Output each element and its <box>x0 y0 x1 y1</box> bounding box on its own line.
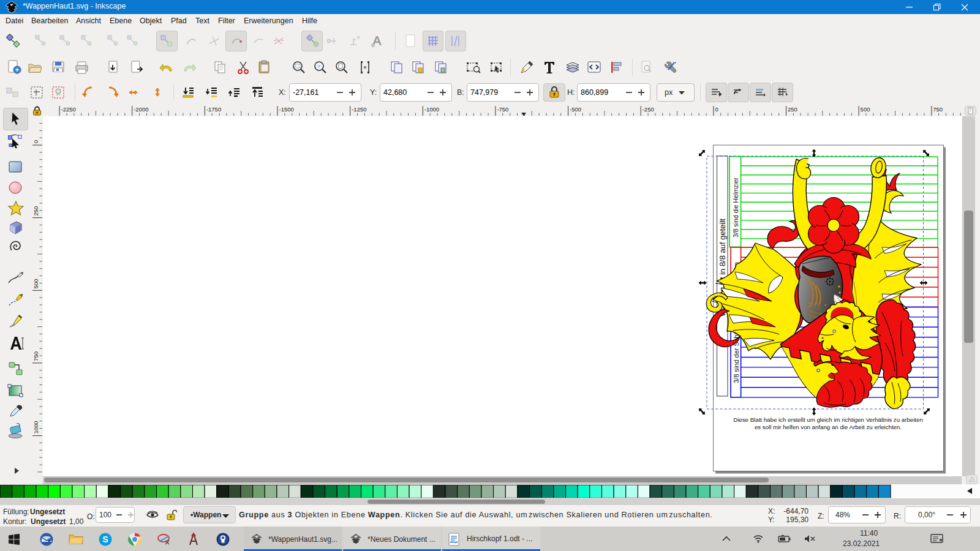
svg-text:0: 0 <box>32 140 39 143</box>
svg-text:750: 750 <box>32 351 39 361</box>
svg-text:-750: -750 <box>497 106 508 113</box>
svg-text:250: 250 <box>32 206 39 216</box>
svg-text:3/8 sind der Schild: 3/8 sind der Schild <box>733 328 740 384</box>
svg-text:-2250: -2250 <box>61 106 76 113</box>
svg-text:-1750: -1750 <box>206 106 221 113</box>
svg-text:1000: 1000 <box>32 421 39 433</box>
svg-text:-2000: -2000 <box>134 106 148 113</box>
svg-text:-1500: -1500 <box>279 106 294 113</box>
svg-text:-500: -500 <box>570 106 581 113</box>
svg-text:750: 750 <box>933 106 943 113</box>
svg-text:500: 500 <box>861 106 870 113</box>
svg-text:250: 250 <box>788 106 797 113</box>
svg-text:S: S <box>102 534 108 544</box>
svg-text:3/8 sind die Helmzier: 3/8 sind die Helmzier <box>732 177 739 238</box>
svg-text:500: 500 <box>32 279 39 288</box>
svg-text:Diese Blatt habe ich erstellt: Diese Blatt habe ich erstellt um gleich … <box>733 416 923 423</box>
svg-text:0: 0 <box>715 106 718 113</box>
svg-text:es soll mir helfen von anfang: es soll mir helfen von anfang an die Arb… <box>755 424 902 430</box>
svg-text:-1000: -1000 <box>424 106 439 113</box>
svg-text:-1250: -1250 <box>352 106 366 113</box>
svg-text:-250: -250 <box>643 106 654 113</box>
